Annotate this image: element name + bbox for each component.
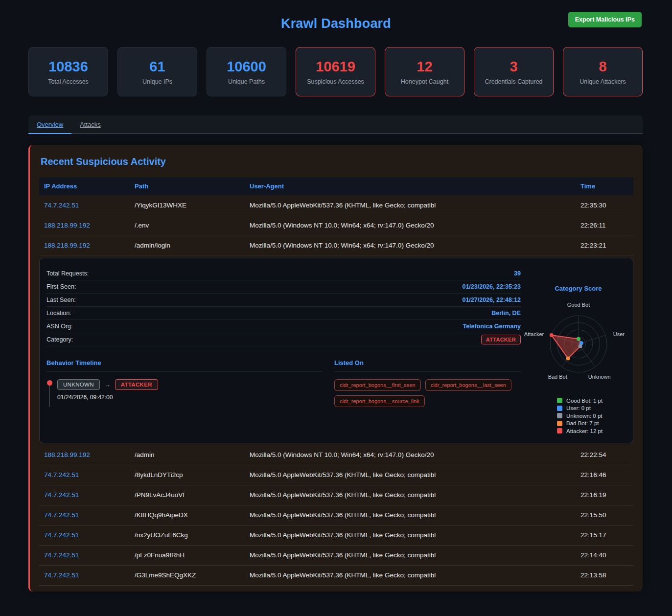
timeline-to-badge: ATTACKER [115, 379, 158, 390]
info-row-asn-org: ASN Org: Telefonica Germany [46, 320, 521, 333]
ip-link[interactable]: 74.7.242.51 [44, 202, 79, 209]
info-label: Category: [46, 336, 73, 343]
user-agent-cell: Mozilla/5.0 (Windows NT 10.0; Win64; x64… [250, 222, 580, 229]
stat-value: 3 [510, 59, 517, 75]
stats-row: 10836 Total Accesses 61 Unique IPs 10600… [28, 47, 643, 96]
legend-item-attacker: Attacker: 12 pt [557, 427, 626, 435]
column-header-user-agent: User-Agent [250, 183, 580, 190]
path-cell: /admin [135, 451, 250, 458]
ip-link[interactable]: 188.218.99.192 [44, 222, 90, 229]
tab-attacks[interactable]: Attacks [71, 115, 109, 134]
export-malicious-ips-button[interactable]: Export Malicious IPs [568, 12, 642, 27]
table-row[interactable]: 74.7.242.51 /nx2yUOZuE6Ckg Mozilla/5.0 A… [39, 525, 633, 546]
info-value: Telefonica Germany [463, 323, 521, 330]
user-agent-cell: Mozilla/5.0 (Windows NT 10.0; Win64; x64… [250, 242, 580, 249]
stat-card-total-accesses: 10836 Total Accesses [28, 47, 108, 96]
stat-value: 61 [149, 59, 165, 75]
divider [334, 371, 521, 371]
info-value: Berlin, DE [491, 310, 521, 317]
info-row-location: Location: Berlin, DE [46, 307, 521, 320]
stat-card-unique-paths: 10600 Unique Paths [207, 47, 286, 96]
table-row[interactable]: 74.7.242.51 /K8HQq9hAipeDX Mozilla/5.0 A… [39, 505, 633, 525]
stat-label: Honeypot Caught [401, 78, 448, 85]
ip-detail-card: Total Requests: 39 First Seen: 01/23/202… [39, 258, 633, 443]
chart-legend: Good Bot: 1 pt User: 0 pt Unknown: 0 pt … [531, 397, 626, 435]
timeline-line [49, 386, 50, 407]
stat-label: Unique IPs [142, 78, 172, 85]
ip-link[interactable]: 188.218.99.192 [44, 451, 90, 458]
recent-suspicious-activity-panel: Recent Suspicious Activity IP Address Pa… [28, 145, 643, 592]
path-cell: /nx2yUOZuE6Ckg [135, 531, 250, 539]
legend-item-unknown: Unknown: 0 pt [557, 412, 626, 420]
user-agent-cell: Mozilla/5.0 AppleWebKit/537.36 (KHTML, l… [250, 531, 580, 539]
table-row[interactable]: 74.7.242.51 /8ykdLnDYTi2cp Mozilla/5.0 A… [39, 465, 633, 485]
path-cell: /.env [135, 222, 250, 229]
stat-label: Credentials Captured [485, 78, 542, 85]
stat-card-credentials-captured: 3 Credentials Captured [474, 47, 554, 96]
info-value: 01/27/2026, 22:48:12 [462, 297, 521, 303]
ip-link[interactable]: 74.7.242.51 [44, 491, 79, 499]
tab-overview[interactable]: Overview [28, 115, 71, 134]
path-cell: /YiqykGI13WHXE [135, 202, 250, 209]
table-row[interactable]: 74.7.242.51 /YiqykGI13WHXE Mozilla/5.0 A… [39, 195, 633, 215]
ip-link[interactable]: 188.218.99.192 [44, 242, 90, 249]
ip-link[interactable]: 74.7.242.51 [44, 571, 79, 579]
ip-link[interactable]: 74.7.242.51 [44, 551, 79, 559]
app-header: Krawl Dashboard Export Malicious IPs [0, 0, 672, 47]
ip-link[interactable]: 74.7.242.51 [44, 531, 79, 539]
table-row[interactable]: 74.7.242.51 /pLz0Fnua9fRhH Mozilla/5.0 A… [39, 546, 633, 566]
stat-card-unique-attackers: 8 Unique Attackers [563, 47, 643, 96]
stat-value: 10836 [48, 59, 88, 75]
info-label: Location: [46, 310, 71, 317]
listed-on-section: Listed On cidr_report_bogons__first_seen… [334, 359, 521, 407]
time-cell: 22:16:19 [580, 491, 633, 499]
ip-link[interactable]: 74.7.242.51 [44, 471, 79, 479]
listed-on-badge: cidr_report_bogons__first_seen [334, 379, 421, 391]
info-row-last-seen: Last Seen: 01/27/2026, 22:48:12 [46, 294, 521, 307]
svg-text:Good Bot: Good Bot [567, 302, 590, 308]
info-value: 01/23/2026, 22:35:23 [462, 283, 521, 290]
listed-on-heading: Listed On [334, 359, 521, 366]
user-agent-cell: Mozilla/5.0 AppleWebKit/537.36 (KHTML, l… [250, 471, 580, 479]
time-cell: 22:23:21 [580, 242, 633, 249]
ip-link[interactable]: 74.7.242.51 [44, 511, 79, 519]
path-cell: /8ykdLnDYTi2cp [135, 471, 250, 479]
timeline-dot-icon [47, 380, 52, 386]
svg-text:Unknown: Unknown [588, 374, 611, 380]
time-cell: 22:15:17 [580, 531, 633, 539]
stat-value: 8 [599, 59, 606, 75]
table-row[interactable]: 188.218.99.192 /admin Mozilla/5.0 (Windo… [39, 445, 633, 465]
behavior-timeline-heading: Behavior Timeline [46, 359, 323, 366]
radar-chart: Good BotUserUnknownBad BotAttacker [522, 299, 635, 386]
info-row-category: Category: ATTACKER [46, 333, 521, 346]
path-cell: /pLz0Fnua9fRhH [135, 551, 250, 559]
table-row[interactable]: 74.7.242.51 /G3Lme9ShEQgXKZ Mozilla/5.0 … [39, 566, 633, 586]
path-cell: /PN9LvAcJ4uoVf [135, 491, 250, 499]
table-row[interactable]: 74.7.242.51 /PN9LvAcJ4uoVf Mozilla/5.0 A… [39, 485, 633, 505]
column-header-ip: IP Address [39, 183, 135, 190]
timeline-marker [46, 380, 52, 407]
legend-swatch [557, 428, 562, 433]
stat-label: Total Accesses [48, 78, 89, 85]
stat-label: Unique Paths [228, 78, 265, 85]
path-cell: /G3Lme9ShEQgXKZ [135, 571, 250, 579]
info-label: ASN Org: [46, 323, 73, 330]
svg-text:Bad Bot: Bad Bot [548, 374, 567, 380]
stat-label: Unique Attackers [579, 78, 626, 85]
table-header: IP Address Path User-Agent Time [39, 177, 633, 195]
table-row[interactable]: 188.218.99.192 /admin/login Mozilla/5.0 … [39, 235, 633, 255]
time-cell: 22:26:11 [580, 222, 633, 229]
info-value: 39 [514, 270, 521, 277]
legend-item-good-bot: Good Bot: 1 pt [557, 397, 626, 405]
table-row[interactable]: 188.218.99.192 /.env Mozilla/5.0 (Window… [39, 215, 633, 235]
page-title: Krawl Dashboard [281, 16, 391, 31]
info-label: Last Seen: [46, 297, 76, 303]
divider [46, 371, 323, 371]
stat-card-unique-ips: 61 Unique IPs [117, 47, 197, 96]
behavior-timeline-section: Behavior Timeline UNKNOWN → ATTACKER [46, 359, 323, 407]
user-agent-cell: Mozilla/5.0 (Windows NT 10.0; Win64; x64… [250, 451, 580, 458]
path-cell: /K8HQq9hAipeDX [135, 511, 250, 519]
stat-value: 10600 [227, 59, 266, 75]
listed-on-badge: cidr_report_bogons__source_link [334, 395, 425, 407]
legend-swatch [557, 413, 562, 418]
